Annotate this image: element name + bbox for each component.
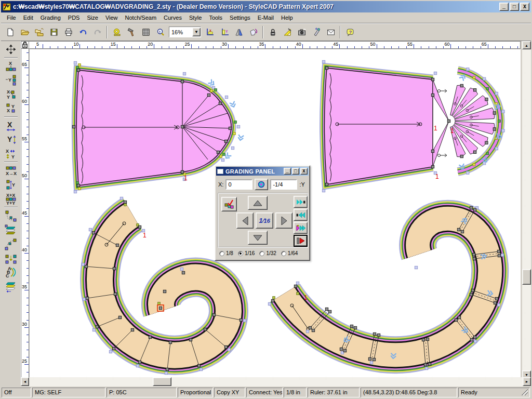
fraction-radio-1-32[interactable]: 1/32 xyxy=(259,250,276,256)
panel-close-button[interactable]: X xyxy=(300,168,308,175)
window-title: c:₩scad₩styles70₩CATALOG₩ADVGRADING_2.st… xyxy=(13,3,498,10)
panel-minimize-button[interactable]: _ xyxy=(284,168,291,175)
copy-xy-grading-button[interactable]: X+XY+Y xyxy=(3,192,19,206)
panel-maximize-button[interactable]: □ xyxy=(292,168,299,175)
radio-icon[interactable] xyxy=(281,251,286,256)
apply-grading-button[interactable] xyxy=(221,197,237,211)
minimize-button[interactable]: _ xyxy=(499,3,509,11)
maximize-button[interactable]: □ xyxy=(510,3,519,11)
move-point-button[interactable] xyxy=(3,42,19,56)
sort-y-button[interactable]: Y xyxy=(217,25,231,39)
open-button[interactable] xyxy=(18,25,32,39)
shift-points-button[interactable] xyxy=(3,251,19,265)
camera-snapshot-button[interactable] xyxy=(295,25,309,39)
undo-button[interactable] xyxy=(76,25,90,39)
fraction-radio-1-8[interactable]: 1/8 xyxy=(219,250,233,256)
dropdown-arrow-icon[interactable]: ▼ xyxy=(192,28,201,36)
close-button[interactable]: X xyxy=(520,3,529,11)
grading-panel-dialog[interactable]: GRADING PANEL _ □ X X: :Y 1⁄16 1/81/161/… xyxy=(215,165,310,261)
vertical-scroll-thumb[interactable] xyxy=(522,269,531,285)
grade-x-points-button[interactable]: X xyxy=(3,59,19,73)
vertical-scrollbar[interactable]: ▲ ▼ xyxy=(522,41,531,379)
measure-tape-button[interactable] xyxy=(110,25,124,39)
grade-xy-point-button[interactable]: XY xyxy=(3,87,19,101)
walk-points-button[interactable] xyxy=(294,235,308,247)
ruler-corner[interactable] xyxy=(21,41,29,49)
email-button[interactable] xyxy=(324,25,338,39)
title-bar[interactable]: c:₩scad₩styles70₩CATALOG₩ADVGRADING_2.st… xyxy=(1,1,531,12)
zoom-tool-button[interactable]: ± xyxy=(153,25,167,39)
swap-xy-button[interactable]: YX xyxy=(3,101,19,115)
print-button[interactable] xyxy=(61,25,75,39)
save-button[interactable] xyxy=(47,25,61,39)
first-point-button[interactable] xyxy=(294,209,308,221)
horizontal-scrollbar[interactable]: ◄ ► xyxy=(21,377,531,387)
rotate-piece-button[interactable] xyxy=(246,25,260,39)
grade-y-points-button[interactable]: Y xyxy=(3,73,19,87)
center-point-button[interactable] xyxy=(255,179,268,190)
curve-grading-button[interactable] xyxy=(3,237,19,251)
horizontal-scroll-thumb[interactable] xyxy=(153,377,171,386)
menu-item-settings[interactable]: Settings xyxy=(226,13,254,22)
grade-y-input[interactable] xyxy=(270,179,297,190)
help-button[interactable]: ? xyxy=(343,25,357,39)
nudge-left-button[interactable] xyxy=(236,212,254,229)
stretch-x-button[interactable]: X xyxy=(3,118,19,132)
abc-grading-button[interactable]: ABC xyxy=(3,265,19,279)
flip-horizontal-button[interactable] xyxy=(232,25,246,39)
scroll-right-button[interactable]: ► xyxy=(523,377,531,386)
plotter-button[interactable] xyxy=(309,25,323,39)
nudge-up-button[interactable] xyxy=(248,196,268,210)
stack-pieces-button[interactable] xyxy=(3,223,19,237)
fraction-radio-1-64[interactable]: 1/64 xyxy=(281,250,298,256)
zoom-level-dropdown[interactable]: 16% ▼ xyxy=(169,26,201,37)
nudge-down-button[interactable] xyxy=(248,231,268,245)
menu-item-notch-seam[interactable]: Notch/Seam xyxy=(122,13,161,22)
stretch-y-button[interactable]: Y xyxy=(3,132,19,147)
grading-panel-titlebar[interactable]: GRADING PANEL _ □ X xyxy=(216,167,309,176)
set-square-button[interactable] xyxy=(280,25,294,39)
menu-item-style[interactable]: Style xyxy=(185,13,205,22)
radio-icon[interactable] xyxy=(219,251,224,256)
menu-item-size[interactable]: Size xyxy=(83,13,101,22)
menu-item-help[interactable]: Help xyxy=(277,13,297,22)
corner-grading-button[interactable] xyxy=(3,209,19,223)
copy-y-grading-button[interactable]: Y xyxy=(3,178,19,192)
radio-icon[interactable] xyxy=(238,251,243,256)
radio-icon[interactable] xyxy=(259,251,264,256)
fraction-radio-label: 1/16 xyxy=(245,250,255,256)
copy-x-grading-button[interactable]: X→X xyxy=(3,164,19,178)
copy-layers-icon xyxy=(5,280,17,292)
plot-lock-button[interactable] xyxy=(265,25,280,39)
grid-table-button[interactable] xyxy=(139,25,153,39)
menu-item-tools[interactable]: Tools xyxy=(205,13,226,22)
menu-item-file[interactable]: File xyxy=(3,13,20,22)
stretch-xy-button[interactable]: XY xyxy=(3,147,19,161)
menu-item-view[interactable]: View xyxy=(102,13,122,22)
pattern-piece-top-right[interactable]: 1 1 1 xyxy=(322,60,504,192)
next-piece-button[interactable] xyxy=(294,222,308,234)
right-arrow-icon xyxy=(281,216,287,225)
menu-item-pds[interactable]: PDS xyxy=(64,13,84,22)
fraction-step-button[interactable]: 1⁄16 xyxy=(256,212,273,229)
menu-item-e-mail[interactable]: E-Mail xyxy=(254,13,277,22)
menu-item-grading[interactable]: Grading xyxy=(37,13,64,22)
sort-x-button[interactable]: x xyxy=(203,25,217,39)
copy-layers-button[interactable] xyxy=(3,279,19,293)
grade-rule-label: 1 xyxy=(143,232,147,239)
new-document-button[interactable] xyxy=(3,25,17,39)
grade-x-input[interactable] xyxy=(225,179,252,190)
status-connect: Connect: Yes xyxy=(246,388,283,397)
menu-item-curves[interactable]: Curves xyxy=(160,13,185,22)
last-point-button[interactable] xyxy=(294,196,308,208)
menu-item-edit[interactable]: Edit xyxy=(20,13,37,22)
nudge-right-button[interactable] xyxy=(275,212,292,229)
hammer-tool-button[interactable] xyxy=(124,25,138,39)
redo-button[interactable] xyxy=(90,25,104,39)
fraction-radio-1-16[interactable]: 1/16 xyxy=(238,250,255,256)
scroll-up-button[interactable]: ▲ xyxy=(522,41,531,49)
zoom-level-value: 16% xyxy=(169,29,192,35)
open-style-button[interactable] xyxy=(32,25,46,39)
scroll-left-button[interactable]: ◄ xyxy=(21,377,29,386)
resize-grip[interactable] xyxy=(522,389,528,395)
